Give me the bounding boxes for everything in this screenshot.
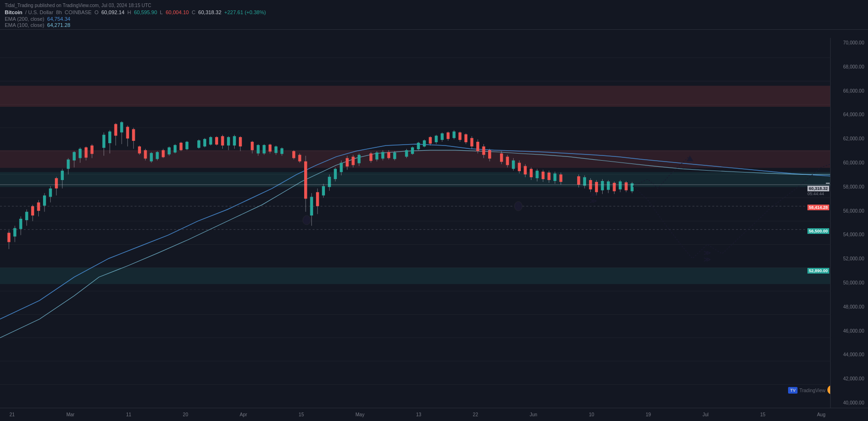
- time-labels-row: 21 Mar 11 20 Apr 15 May 13 22 Jun 10 19 …: [5, 412, 830, 417]
- ema100-value: 64,271.28: [47, 22, 70, 28]
- exchange: COINBASE: [65, 9, 92, 15]
- svg-rect-39: [61, 171, 64, 180]
- svg-rect-105: [274, 146, 277, 153]
- time-axis: 21 Mar 11 20 Apr 15 May 13 22 Jun 10 19 …: [0, 408, 868, 421]
- svg-rect-149: [423, 140, 426, 146]
- svg-rect-163: [465, 134, 467, 142]
- price-label-54000: 54,000.00: [833, 232, 866, 237]
- svg-rect-43: [73, 152, 76, 161]
- svg-text:≫: ≫: [703, 256, 710, 263]
- high-label: H: [127, 9, 131, 15]
- svg-rect-209: [619, 181, 622, 189]
- time-label-15apr: 15: [298, 412, 304, 417]
- svg-rect-79: [185, 142, 188, 149]
- svg-rect-213: [631, 183, 633, 191]
- svg-rect-87: [215, 137, 218, 145]
- close-label: C: [192, 9, 195, 15]
- svg-rect-155: [441, 133, 444, 140]
- ema100-line: EMA (100, close) 64,271.28: [5, 22, 863, 28]
- svg-rect-183: [530, 169, 533, 177]
- svg-rect-21: [8, 233, 10, 242]
- svg-rect-83: [203, 139, 206, 146]
- time-label-mar: Mar: [66, 412, 74, 417]
- svg-rect-63: [138, 146, 141, 154]
- svg-rect-95: [239, 137, 242, 146]
- time-label-may: May: [355, 412, 364, 417]
- price-label-62000: 62,000.00: [833, 136, 866, 141]
- time-label-22: 22: [473, 412, 478, 417]
- time-label-apr: Apr: [240, 412, 247, 417]
- svg-rect-151: [429, 137, 432, 144]
- price-label-58000: 58,000.00: [833, 184, 866, 189]
- svg-rect-173: [500, 154, 503, 162]
- time-label-20: 20: [183, 412, 188, 417]
- svg-rect-189: [547, 172, 550, 180]
- price-label-56000: 56,000.00: [833, 208, 866, 214]
- svg-rect-81: [197, 140, 200, 148]
- svg-rect-195: [577, 176, 580, 185]
- svg-rect-97: [251, 142, 254, 150]
- svg-rect-133: [369, 154, 372, 161]
- price-label-66000: 66,000.00: [833, 88, 866, 94]
- close-value: 60,318.32: [198, 9, 221, 15]
- current-price-value: 60,318.32: [807, 186, 829, 191]
- svg-rect-53: [108, 131, 111, 143]
- top-bar: Tidal_Trading published on TradingView.c…: [0, 0, 868, 30]
- svg-rect-175: [506, 157, 509, 165]
- price-label-46000: 46,000.00: [833, 328, 866, 334]
- svg-rect-29: [31, 206, 34, 215]
- svg-rect-179: [518, 163, 521, 171]
- svg-rect-117: [316, 192, 319, 206]
- svg-rect-107: [281, 148, 283, 154]
- svg-rect-111: [298, 155, 301, 162]
- svg-rect-123: [334, 169, 337, 179]
- svg-rect-37: [55, 178, 58, 189]
- svg-rect-75: [174, 145, 176, 153]
- price-label-48000: 48,000.00: [833, 304, 866, 309]
- svg-rect-51: [102, 135, 105, 148]
- svg-rect-25: [19, 219, 22, 229]
- svg-rect-185: [535, 171, 538, 178]
- chart-container: Tidal_Trading published on TradingView.c…: [0, 0, 868, 421]
- svg-rect-73: [167, 147, 170, 155]
- ema200-label: EMA (200, close): [5, 16, 44, 22]
- svg-rect-59: [126, 127, 129, 138]
- svg-rect-145: [411, 147, 414, 154]
- svg-rect-19: [0, 150, 868, 168]
- svg-rect-147: [417, 143, 420, 149]
- svg-rect-211: [625, 182, 628, 190]
- svg-rect-181: [524, 166, 526, 174]
- chart-svg: ≫ ≫ ≫ ≫: [0, 30, 868, 408]
- svg-rect-101: [263, 145, 265, 154]
- svg-rect-85: [209, 137, 212, 145]
- svg-rect-17: [0, 268, 868, 284]
- svg-rect-125: [340, 163, 342, 172]
- price-scale: 70,000.00 68,000.00 66,000.00 64,000.00 …: [830, 38, 868, 408]
- svg-rect-203: [601, 181, 604, 190]
- price-label-50000: 50,000.00: [833, 280, 866, 285]
- price-label-64000: 64,000.00: [833, 112, 866, 117]
- svg-text:≫: ≫: [589, 198, 596, 205]
- svg-rect-207: [613, 183, 615, 191]
- svg-rect-119: [322, 186, 325, 196]
- current-price-time: 05:44:44: [807, 191, 829, 196]
- svg-rect-67: [150, 153, 153, 162]
- svg-rect-91: [227, 137, 230, 146]
- svg-rect-143: [405, 150, 408, 157]
- svg-rect-27: [25, 212, 28, 220]
- svg-rect-135: [376, 153, 378, 160]
- ema200-value: 64,754.34: [47, 16, 70, 22]
- chart-area[interactable]: ≫ ≫ ≫ ≫ 60,318.32 05:44:44: [0, 30, 868, 408]
- svg-rect-177: [512, 161, 515, 169]
- svg-rect-61: [132, 129, 135, 141]
- svg-rect-169: [482, 146, 485, 155]
- high-value: 60,595.90: [134, 9, 157, 15]
- timeframe: 8h: [56, 9, 62, 15]
- price-label-42000: 42,000.00: [833, 376, 866, 381]
- svg-rect-33: [43, 196, 46, 206]
- price-badge-58414: 58,414.28: [807, 205, 829, 210]
- svg-rect-131: [358, 155, 360, 163]
- svg-rect-77: [180, 143, 183, 150]
- svg-rect-71: [162, 150, 165, 157]
- svg-rect-69: [156, 152, 158, 159]
